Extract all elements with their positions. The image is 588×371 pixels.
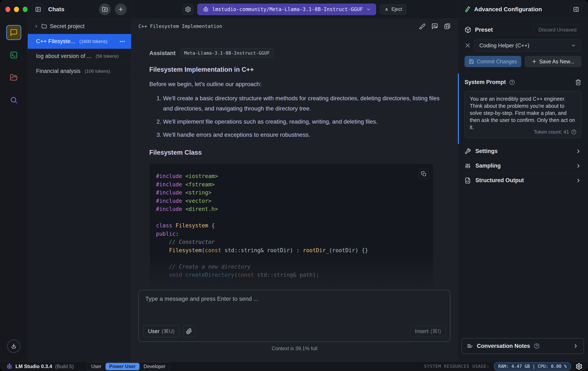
user-mode-switcher: User Power User Developer: [86, 362, 170, 371]
preset-select-row: Coding Helper (C++): [464, 39, 581, 52]
insert-message-button[interactable]: Insert (⌘I): [410, 325, 445, 337]
chevron-right-icon: [573, 343, 579, 349]
eject-model-button[interactable]: Eject: [380, 4, 406, 14]
message-paragraph: Before we begin, let's outline our appro…: [149, 81, 262, 88]
loaded-model-selector[interactable]: lmstudio-community/Meta-Llama-3.1-8B-Ins…: [197, 4, 376, 15]
text-lines-icon: [467, 343, 473, 349]
chat-token-count: (56 tokens): [96, 53, 119, 59]
collapse-right-panel-button[interactable]: [570, 4, 582, 15]
preset-dropdown[interactable]: Coding Helper (C++): [474, 39, 581, 52]
search-icon: [10, 96, 18, 104]
help-icon[interactable]: [571, 129, 577, 135]
collapse-sidebar-button[interactable]: [32, 4, 44, 15]
conversation-notes-button[interactable]: Conversation Notes: [462, 338, 584, 354]
status-bar: LM Studio 0.3.4 (Build 5) User Power Use…: [0, 362, 588, 371]
preset-label: Preset: [475, 26, 493, 33]
nav-discover-tab[interactable]: [6, 93, 21, 108]
model-settings-button[interactable]: [183, 4, 193, 15]
mode-user[interactable]: User: [87, 363, 105, 370]
section-sampling[interactable]: Sampling: [458, 159, 588, 173]
system-prompt-label: System Prompt: [464, 79, 506, 85]
discard-unsaved-button[interactable]: Discard Unsaved: [534, 25, 581, 35]
sidebar-title: Chats: [48, 6, 64, 13]
section-settings[interactable]: Settings: [458, 144, 588, 159]
message-numbered-list: We'll create a basic directory structure…: [149, 93, 440, 143]
chevron-right-icon: [34, 24, 39, 29]
minimize-window-button[interactable]: [14, 7, 19, 12]
commit-changes-label: Commit Changes: [477, 59, 517, 65]
system-prompt-textarea[interactable]: You are an incredibly good C++ engineer.…: [464, 91, 581, 138]
section-structured-output[interactable]: Structured Output: [458, 173, 588, 188]
rail-nav: [0, 25, 28, 108]
code-fade-overlay: [150, 252, 433, 289]
chat-list-item[interactable]: log about version of ... (56 tokens): [28, 49, 131, 64]
chat-options-icon[interactable]: [119, 38, 125, 45]
assistant-model-badge: Meta-Llama-3.1-8B-Instruct-GGUF: [180, 48, 273, 58]
test-tube-icon: [463, 5, 472, 14]
chat-list-item[interactable]: Financial analysis (106 tokens): [28, 64, 131, 79]
token-count-row: Token count: 41: [534, 129, 577, 135]
resources-label: SYSTEM RESOURCES USAGE:: [424, 364, 489, 369]
nav-my-models-tab[interactable]: [6, 70, 21, 85]
message-input[interactable]: Type a message and press Enter to send .…: [138, 290, 450, 342]
close-window-button[interactable]: [5, 7, 10, 12]
new-chat-button[interactable]: [115, 4, 126, 15]
nav-developer-tab[interactable]: [6, 48, 21, 62]
nav-chat-tab[interactable]: [6, 25, 21, 40]
clear-preset-icon[interactable]: [464, 42, 471, 49]
sliders-icon: [464, 163, 471, 169]
chat-title-actions: [419, 23, 451, 30]
context-usage-status: Context is 39.1% full: [131, 346, 458, 351]
window-controls: [0, 0, 28, 12]
help-icon[interactable]: [534, 343, 540, 349]
preset-value: Coding Helper (C++): [479, 42, 529, 49]
new-folder-button[interactable]: [99, 4, 111, 15]
mode-developer[interactable]: Developer: [140, 363, 169, 370]
section-label: Sampling: [475, 163, 501, 169]
duplicate-chat-icon[interactable]: [444, 23, 451, 30]
panel-left-icon: [35, 6, 41, 12]
chat-name: C++ Filesyste...: [36, 38, 75, 45]
role-toggle-button[interactable]: User (⌘U): [143, 325, 179, 337]
save-as-new-button[interactable]: Save As New...: [525, 56, 581, 67]
loaded-model-name: lmstudio-community/Meta-Llama-3.1-8B-Ins…: [212, 6, 363, 12]
file-code-icon: [464, 177, 471, 184]
role-label: User: [148, 328, 159, 335]
input-controls: User (⌘U) Insert (⌘I): [143, 325, 445, 337]
copy-icon: [421, 171, 426, 176]
mode-power-user[interactable]: Power User: [105, 363, 139, 370]
terminal-icon: [10, 51, 18, 59]
chat-title-bar: C++ Filesystem Implementation: [131, 19, 458, 34]
wrench-icon: [464, 148, 471, 155]
list-item: We'll implement file operations such as …: [163, 116, 440, 127]
gear-icon[interactable]: [576, 363, 583, 370]
sidebar-folder-secret-project[interactable]: Secret project: [28, 19, 131, 34]
lm-studio-window: Chats Secret project C++ Filesyste: [0, 0, 588, 371]
chevron-right-icon: [576, 178, 581, 183]
assistant-message-header: Assistant Meta-Llama-3.1-8B-Instruct-GGU…: [149, 48, 273, 58]
commit-changes-button[interactable]: Commit Changes: [464, 56, 521, 67]
resources-value[interactable]: RAM: 4.47 GB | CPU: 0.00 %: [494, 362, 571, 370]
clear-messages-icon[interactable]: [431, 23, 438, 30]
list-item: We'll create a basic directory structure…: [163, 93, 440, 113]
brush-cleanup-icon[interactable]: [419, 23, 426, 30]
chat-list-item-selected[interactable]: C++ Filesyste... (1600 tokens): [28, 34, 131, 49]
copy-code-button[interactable]: [419, 169, 429, 179]
eject-icon: [384, 7, 389, 12]
save-icon: [469, 59, 474, 64]
folder-icon: [42, 23, 47, 29]
attach-file-button[interactable]: [183, 325, 195, 337]
zoom-window-button[interactable]: [23, 7, 28, 12]
trash-icon[interactable]: [575, 79, 581, 85]
downloads-button[interactable]: [7, 340, 21, 353]
robot-icon: [203, 6, 209, 12]
panel-right-icon: [573, 6, 579, 12]
assistant-role-label: Assistant: [149, 50, 176, 56]
folder-open-icon: [10, 73, 18, 82]
model-toolbar: lmstudio-community/Meta-Llama-3.1-8B-Ins…: [131, 0, 458, 19]
paperclip-icon: [186, 328, 192, 334]
chat-name: Financial analysis: [36, 68, 81, 74]
chat-token-count: (106 tokens): [85, 69, 110, 74]
help-icon[interactable]: [509, 79, 515, 85]
chat-sidebar: Chats Secret project C++ Filesyste: [28, 0, 131, 362]
